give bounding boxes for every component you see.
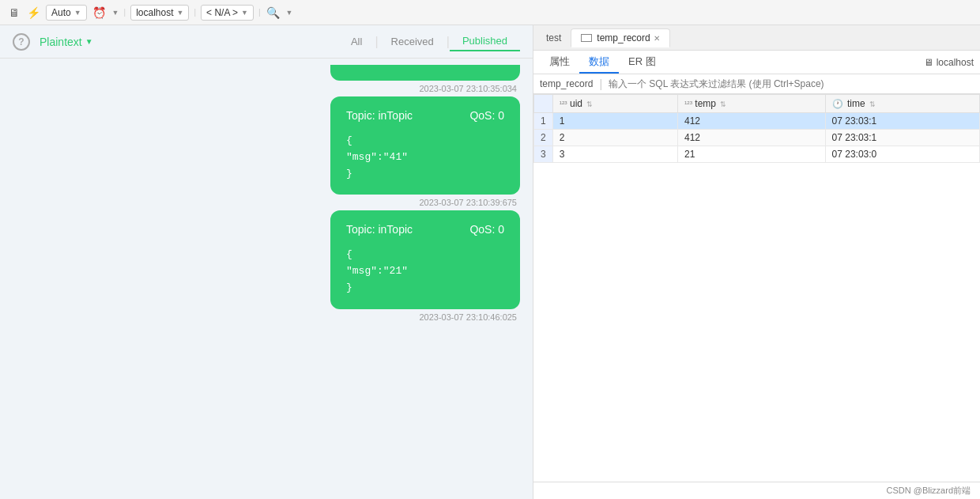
right-sub-tabs: 属性 数据 ER 图 🖥 localhost [533, 51, 980, 74]
time-clock-icon: 🕐 [832, 99, 843, 108]
th-uid-label: uid [570, 98, 582, 109]
rstab-server-icon: 🖥 [924, 57, 933, 68]
server-dropdown[interactable]: localhost ▼ [130, 5, 189, 21]
message-1-qos: QoS: 0 [469, 109, 504, 122]
message-2-line1: { [346, 247, 504, 263]
messages-area: 2023-03-07 23:10:35:034 Topic: inTopic Q… [0, 59, 533, 499]
message-partial-card [330, 65, 520, 81]
th-temp-label: temp [695, 98, 716, 109]
top-bar: 🖥 ⚡ Auto ▼ ⏰ ▼ | localhost ▼ | < N/A > ▼… [0, 0, 980, 25]
filter-table-label: temp_record [540, 78, 593, 89]
tab-buttons: All | Received | Published [338, 32, 520, 51]
data-table: ¹²³ uid ⇅ ¹²³ temp ⇅ 🕐 time ⇅ [533, 94, 980, 163]
cell-rownum: 2 [534, 130, 553, 146]
message-1-header: Topic: inTopic QoS: 0 [346, 109, 504, 122]
message-2-header: Topic: inTopic QoS: 0 [346, 223, 504, 236]
na-dropdown[interactable]: < N/A > ▼ [201, 5, 254, 21]
db-table: ¹²³ uid ⇅ ¹²³ temp ⇅ 🕐 time ⇅ [533, 94, 980, 482]
cell-uid: 2 [552, 130, 677, 146]
rstab-server: 🖥 localhost [924, 57, 974, 68]
message-1-card: Topic: inTopic QoS: 0 { "msg":"41" } [330, 96, 520, 195]
table-icon [581, 34, 592, 42]
table-row[interactable]: 332107 23:03:0 [534, 146, 980, 163]
filter-separator: | [599, 77, 602, 90]
message-1-body: { "msg":"41" } [346, 133, 504, 182]
rstab-er-label: ER 图 [628, 55, 656, 67]
th-temp: ¹²³ temp ⇅ [677, 95, 825, 113]
message-1-line3: } [346, 166, 504, 183]
cell-temp: 412 [677, 130, 825, 146]
table-body: 1141207 23:03:12241207 23:03:1332107 23:… [534, 113, 980, 163]
tab-all[interactable]: All [338, 32, 375, 51]
csdn-credit: CSDN @Blizzard前端 [886, 485, 971, 497]
format-label: Plaintext [40, 36, 82, 48]
rstab-properties[interactable]: 属性 [540, 51, 579, 74]
separator3: | [258, 8, 261, 17]
clock-chevron: ▼ [112, 9, 119, 17]
rtab-temp-record-label: temp_record [597, 32, 650, 43]
message-2-wrapper: Topic: inTopic QoS: 0 { "msg":"21" } 202… [13, 210, 520, 321]
message-1-line2: "msg":"41" [346, 149, 504, 166]
help-icon[interactable]: ? [13, 33, 30, 51]
th-time: 🕐 time ⇅ [825, 95, 979, 113]
cell-temp: 412 [677, 113, 825, 130]
message-2-timestamp: 2023-03-07 23:10:46:025 [419, 312, 520, 322]
message-2-card: Topic: inTopic QoS: 0 { "msg":"21" } [330, 210, 520, 308]
cell-time: 07 23:03:1 [825, 113, 979, 130]
rstab-er[interactable]: ER 图 [619, 51, 665, 74]
filter-bar: temp_record | [533, 74, 980, 94]
rtab-close-icon[interactable]: ✕ [654, 34, 660, 43]
left-panel: ? Plaintext ▼ All | Received | Published… [0, 25, 533, 499]
search-top-icon[interactable]: 🔍 [266, 5, 281, 21]
cell-time: 07 23:03:1 [825, 130, 979, 146]
message-partial-wrapper: 2023-03-07 23:10:35:034 [13, 65, 520, 93]
th-uid: ¹²³ uid ⇅ [552, 95, 677, 113]
message-1-topic: Topic: inTopic [346, 109, 413, 122]
monitor-icon: 🖥 [6, 5, 22, 21]
uid-sort-icon[interactable]: ⇅ [586, 100, 593, 108]
time-sort-icon[interactable]: ⇅ [869, 100, 876, 108]
message-1-wrapper: Topic: inTopic QoS: 0 { "msg":"41" } 202… [13, 96, 520, 207]
rtab-test[interactable]: test [537, 29, 571, 47]
auto-label: Auto [51, 7, 71, 18]
lightning-icon: ⚡ [25, 5, 41, 21]
status-bar: CSDN @Blizzard前端 [533, 482, 980, 499]
rstab-data[interactable]: 数据 [579, 51, 619, 74]
message-2-body: { "msg":"21" } [346, 247, 504, 296]
filter-input[interactable] [609, 78, 974, 89]
tab-received[interactable]: Received [379, 32, 447, 51]
separator2: | [194, 8, 196, 17]
na-chevron: ▼ [241, 9, 248, 17]
table-row[interactable]: 1141207 23:03:1 [534, 113, 980, 130]
auto-dropdown[interactable]: Auto ▼ [46, 5, 87, 21]
cell-uid: 3 [552, 146, 677, 163]
partial-timestamp: 2023-03-07 23:10:35:034 [419, 84, 520, 93]
format-selector[interactable]: Plaintext ▼ [40, 36, 93, 48]
clock-icon: ⏰ [92, 5, 107, 21]
right-top-tabs: test temp_record ✕ [533, 25, 980, 51]
temp-type-icon: ¹²³ [684, 100, 692, 108]
na-label: < N/A > [206, 7, 238, 18]
top-bar-icons: 🖥 ⚡ [6, 5, 41, 21]
rstab-properties-label: 属性 [549, 55, 570, 67]
tab-published[interactable]: Published [450, 32, 520, 51]
cell-temp: 21 [677, 146, 825, 163]
main-content: ? Plaintext ▼ All | Received | Published… [0, 25, 980, 499]
message-2-line3: } [346, 280, 504, 297]
message-2-topic: Topic: inTopic [346, 223, 413, 236]
cell-rownum: 1 [534, 113, 553, 130]
table-row[interactable]: 2241207 23:03:1 [534, 130, 980, 146]
cell-uid: 1 [552, 113, 677, 130]
rtab-temp-record[interactable]: temp_record ✕ [571, 28, 669, 47]
temp-sort-icon[interactable]: ⇅ [720, 100, 726, 108]
left-header: ? Plaintext ▼ All | Received | Published [0, 25, 533, 59]
rtab-test-label: test [546, 32, 561, 43]
cell-rownum: 3 [534, 146, 553, 163]
rstab-server-label: localhost [937, 57, 974, 68]
rstab-data-label: 数据 [589, 55, 609, 67]
table-header-row: ¹²³ uid ⇅ ¹²³ temp ⇅ 🕐 time ⇅ [534, 95, 980, 113]
server-chevron: ▼ [177, 9, 184, 17]
th-time-label: time [847, 98, 865, 109]
cell-time: 07 23:03:0 [825, 146, 979, 163]
message-1-timestamp: 2023-03-07 23:10:39:675 [419, 198, 520, 207]
